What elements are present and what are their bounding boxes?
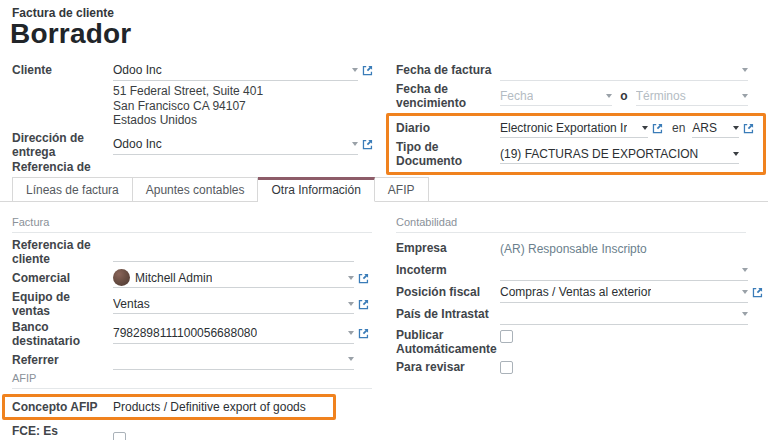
concepto-afip-input[interactable]: Products / Definitive export of goods bbox=[113, 397, 327, 417]
invoice-dates-panel: Fecha de factura Fecha de vencimiento Fe… bbox=[386, 60, 766, 175]
field-row-fce-cancelacion: FCE: Es Cancelación? bbox=[12, 424, 372, 440]
para-revisar-checkbox[interactable] bbox=[500, 361, 513, 374]
diario-label: Diario bbox=[396, 121, 500, 135]
currency-input[interactable]: ARS bbox=[692, 118, 739, 138]
tipo-documento-value: (19) FACTURAS DE EXPORTACION bbox=[500, 147, 698, 161]
field-row-incoterm: Incoterm bbox=[386, 260, 766, 281]
address-line: 51 Federal Street, Suite 401 bbox=[113, 84, 376, 99]
chevron-down-icon[interactable] bbox=[606, 94, 612, 98]
external-link-icon[interactable] bbox=[752, 287, 763, 298]
page-title: Borrador bbox=[10, 18, 131, 50]
equipo-ventas-input[interactable]: Ventas bbox=[113, 294, 354, 314]
incoterm-input[interactable] bbox=[500, 261, 748, 281]
external-link-icon[interactable] bbox=[358, 273, 369, 284]
comercial-input[interactable]: Mitchell Admin bbox=[113, 268, 354, 288]
chevron-down-icon[interactable] bbox=[742, 312, 748, 316]
fecha-factura-label: Fecha de factura bbox=[396, 63, 500, 77]
field-row-pais-intrastat: País de Intrastat bbox=[386, 304, 766, 325]
comercial-value: Mitchell Admin bbox=[135, 271, 212, 285]
tab-afip[interactable]: AFIP bbox=[375, 177, 429, 201]
banco-destinatario-input[interactable]: 7982898111100056688080 bbox=[113, 324, 354, 344]
direccion-entrega-input[interactable]: Odoo Inc bbox=[113, 135, 358, 155]
chevron-down-icon[interactable] bbox=[742, 94, 748, 98]
chevron-down-icon[interactable] bbox=[742, 268, 748, 272]
diario-value: Electronic Exportation Ir bbox=[500, 121, 627, 135]
incoterm-label: Incoterm bbox=[396, 263, 500, 277]
fce-cancelacion-label: FCE: Es Cancelación? bbox=[12, 424, 113, 440]
terminos-input[interactable]: Términos bbox=[636, 86, 748, 106]
concepto-afip-label: Concepto AFIP bbox=[12, 400, 113, 414]
fecha-factura-input[interactable] bbox=[500, 61, 748, 81]
section-factura: Factura Referencia de cliente Comercial … bbox=[12, 216, 372, 371]
publicar-automaticamente-checkbox[interactable] bbox=[500, 330, 513, 343]
fecha-placeholder: Fecha bbox=[500, 89, 533, 103]
concepto-afip-value: Products / Definitive export of goods bbox=[113, 400, 306, 414]
equipo-ventas-value: Ventas bbox=[113, 297, 150, 311]
section-contabilidad: Contabilidad Empresa (AR) Responsable In… bbox=[386, 216, 766, 379]
cliente-value: Odoo Inc bbox=[113, 63, 162, 77]
external-link-icon[interactable] bbox=[652, 123, 663, 134]
notebook-tabbar: Líneas de factura Apuntes contables Otra… bbox=[0, 177, 768, 202]
empresa-readonly: (AR) Responsable Inscripto bbox=[500, 239, 748, 259]
posicion-fiscal-label: Posición fiscal bbox=[396, 285, 500, 299]
field-row-comercial: Comercial Mitchell Admin bbox=[12, 268, 372, 289]
field-row-referrer: Referrer bbox=[12, 349, 372, 370]
posicion-fiscal-value: Compras / Ventas al exterior bbox=[500, 285, 651, 299]
section-title-contabilidad: Contabilidad bbox=[396, 216, 746, 233]
field-row-para-revisar: Para revisar bbox=[386, 357, 766, 378]
field-row-posicion-fiscal: Posición fiscal Compras / Ventas al exte… bbox=[386, 282, 766, 303]
field-row-diario: Diario Electronic Exportation Ir en ARS bbox=[396, 118, 757, 139]
fecha-input[interactable]: Fecha bbox=[500, 86, 612, 106]
fecha-vencimiento-label: Fecha de vencimiento bbox=[396, 82, 500, 111]
field-row-empresa: Empresa (AR) Responsable Inscripto bbox=[386, 238, 766, 259]
tipo-documento-input[interactable]: (19) FACTURAS DE EXPORTACION bbox=[500, 144, 739, 164]
external-link-icon[interactable] bbox=[358, 299, 369, 310]
diario-input[interactable]: Electronic Exportation Ir bbox=[500, 118, 648, 138]
banco-destinatario-label: Banco destinatario bbox=[12, 320, 113, 349]
cliente-input[interactable]: Odoo Inc bbox=[113, 61, 358, 81]
en-label: en bbox=[672, 121, 685, 135]
fce-cancelacion-checkbox[interactable] bbox=[113, 432, 126, 440]
address-line: Estados Unidos bbox=[113, 113, 376, 128]
currency-value: ARS bbox=[692, 121, 717, 135]
referrer-label: Referrer bbox=[12, 353, 113, 367]
empresa-value: (AR) Responsable Inscripto bbox=[500, 242, 647, 256]
referrer-input[interactable] bbox=[113, 350, 354, 370]
field-row-fecha-factura: Fecha de factura bbox=[386, 60, 766, 81]
comercial-label: Comercial bbox=[12, 271, 113, 285]
equipo-ventas-label: Equipo de ventas bbox=[12, 290, 113, 319]
terminos-placeholder: Términos bbox=[636, 89, 686, 103]
external-link-icon[interactable] bbox=[362, 139, 373, 150]
external-link-icon[interactable] bbox=[743, 123, 754, 134]
tab-lineas-de-factura[interactable]: Líneas de factura bbox=[12, 177, 133, 201]
field-row-concepto-afip: Concepto AFIP Products / Definitive expo… bbox=[12, 397, 327, 417]
field-row-equipo-ventas: Equipo de ventas Ventas bbox=[12, 290, 372, 319]
section-afip: AFIP Concepto AFIP Products / Definitive… bbox=[12, 372, 372, 440]
field-row-banco-destinatario: Banco destinatario 798289811110005668808… bbox=[12, 320, 372, 349]
chevron-down-icon[interactable] bbox=[742, 68, 748, 72]
banco-destinatario-value: 7982898111100056688080 bbox=[113, 326, 257, 340]
external-link-icon[interactable] bbox=[362, 65, 373, 76]
publicar-automaticamente-label: Publicar Automáticamente bbox=[396, 328, 500, 356]
posicion-fiscal-input[interactable]: Compras / Ventas al exterior bbox=[500, 283, 748, 303]
chevron-down-icon[interactable] bbox=[733, 152, 739, 156]
pais-intrastat-input[interactable] bbox=[500, 305, 748, 325]
chevron-down-icon[interactable] bbox=[348, 357, 354, 361]
or-separator: o bbox=[620, 89, 627, 103]
tipo-documento-label: Tipo de Documento bbox=[396, 140, 500, 169]
field-row-tipo-documento: Tipo de Documento (19) FACTURAS DE EXPOR… bbox=[396, 140, 757, 169]
field-row-publicar-automaticamente: Publicar Automáticamente bbox=[386, 326, 766, 356]
field-row-cliente: Cliente Odoo Inc bbox=[12, 60, 376, 81]
cliente-label: Cliente bbox=[12, 63, 113, 77]
external-link-icon[interactable] bbox=[358, 328, 369, 339]
tab-otra-informacion[interactable]: Otra Información bbox=[258, 177, 374, 202]
tab-apuntes-contables[interactable]: Apuntes contables bbox=[133, 177, 259, 201]
direccion-entrega-value: Odoo Inc bbox=[113, 137, 162, 151]
address-line: San Francisco CA 94107 bbox=[113, 99, 376, 114]
tutorial-highlight-box: Diario Electronic Exportation Ir en ARS bbox=[386, 113, 766, 175]
invoice-partner-panel: Cliente Odoo Inc 51 Federal Street, Suit… bbox=[12, 60, 376, 190]
tutorial-highlight-box: Concepto AFIP Products / Definitive expo… bbox=[2, 394, 336, 420]
referencia-cliente-input[interactable] bbox=[113, 242, 354, 262]
referencia-cliente-label: Referencia de cliente bbox=[12, 238, 113, 267]
empresa-label: Empresa bbox=[396, 241, 500, 255]
